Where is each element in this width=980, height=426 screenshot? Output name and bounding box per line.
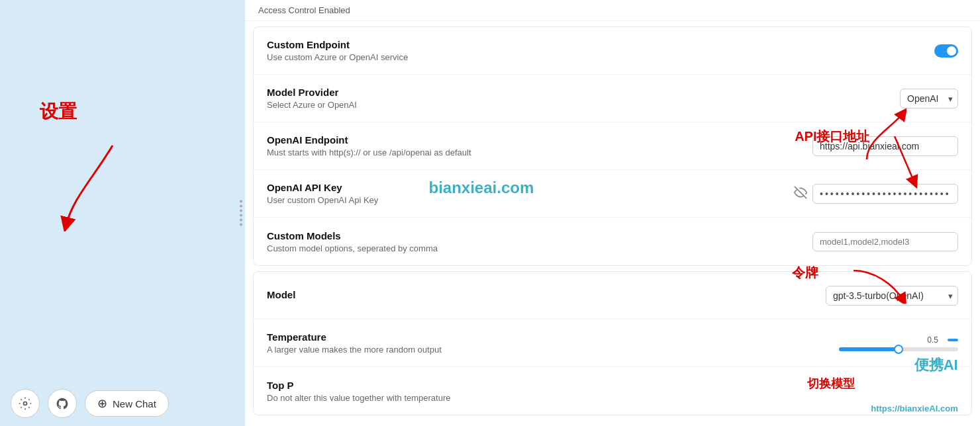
desc-openai-api-key: User custom OpenAI Api Key xyxy=(267,195,786,205)
control-temperature: 0.5 xyxy=(839,335,958,351)
annotation-shezhi: 设置 xyxy=(40,99,77,124)
title-model: Model xyxy=(267,289,818,300)
new-chat-button[interactable]: ⊕ New Chat xyxy=(85,390,169,417)
settings-section-2: Model gpt-3.5-turbo(OpenAI) gpt-4(OpenAI… xyxy=(253,271,972,415)
control-custom-models xyxy=(812,232,958,251)
label-custom-endpoint: Custom Endpoint Use custom Azure or Open… xyxy=(267,39,926,62)
desc-temperature: A larger value makes the more random out… xyxy=(267,345,831,355)
row-custom-models: Custom Models Custom model options, sepe… xyxy=(254,218,971,265)
access-control-label: Access Control Enabled xyxy=(258,5,350,15)
title-model-provider: Model Provider xyxy=(267,87,892,98)
settings-icon xyxy=(19,397,32,410)
row-top-p: Top P Do not alter this value together w… xyxy=(254,367,971,415)
control-openai-endpoint xyxy=(812,136,958,156)
slider-minus-icon xyxy=(948,339,958,341)
sidebar: 设置 ⊕ New Chat xyxy=(0,0,245,426)
settings-list: Custom Endpoint Use custom Azure or Open… xyxy=(245,26,980,415)
row-openai-endpoint: OpenAI Endpoint Must starts with http(s)… xyxy=(254,122,971,170)
settings-button[interactable] xyxy=(11,389,40,418)
temperature-slider-track xyxy=(839,347,958,351)
title-temperature: Temperature xyxy=(267,331,831,343)
desc-custom-models: Custom model options, seperated by comma xyxy=(267,243,805,253)
github-icon xyxy=(56,397,69,410)
title-custom-endpoint: Custom Endpoint xyxy=(267,39,926,50)
new-chat-plus-icon: ⊕ xyxy=(97,396,107,411)
main-content: Access Control Enabled Custom Endpoint U… xyxy=(245,0,980,426)
resize-handle[interactable] xyxy=(237,195,245,232)
label-openai-api-key: OpenAI API Key User custom OpenAI Api Ke… xyxy=(267,182,786,205)
select-wrapper-model-provider: OpenAI Azure xyxy=(900,89,958,108)
temperature-value: 0.5 xyxy=(927,335,938,345)
label-model: Model xyxy=(267,289,818,302)
select-model-provider[interactable]: OpenAI Azure xyxy=(900,89,958,108)
svg-point-0 xyxy=(24,402,27,405)
title-openai-endpoint: OpenAI Endpoint xyxy=(267,134,805,146)
temperature-slider-fill xyxy=(839,347,899,351)
row-custom-endpoint: Custom Endpoint Use custom Azure or Open… xyxy=(254,27,971,75)
slider-temperature: 0.5 xyxy=(839,335,958,351)
new-chat-label: New Chat xyxy=(113,398,156,409)
title-openai-api-key: OpenAI API Key xyxy=(267,182,786,193)
title-custom-models: Custom Models xyxy=(267,230,805,241)
row-temperature: Temperature A larger value makes the mor… xyxy=(254,320,971,367)
sidebar-bottom: ⊕ New Chat xyxy=(0,381,245,426)
desc-top-p: Do not alter this value together with te… xyxy=(267,393,958,403)
input-openai-endpoint[interactable] xyxy=(812,136,958,156)
control-model: gpt-3.5-turbo(OpenAI) gpt-4(OpenAI) xyxy=(826,286,958,306)
input-custom-models[interactable] xyxy=(812,232,958,251)
input-openai-api-key[interactable] xyxy=(812,184,958,204)
select-model[interactable]: gpt-3.5-turbo(OpenAI) gpt-4(OpenAI) xyxy=(826,286,958,306)
desc-custom-endpoint: Use custom Azure or OpenAI service xyxy=(267,52,926,62)
label-model-provider: Model Provider Select Azure or OpenAI xyxy=(267,87,892,110)
desc-openai-endpoint: Must starts with http(s):// or use /api/… xyxy=(267,148,805,157)
control-model-provider: OpenAI Azure xyxy=(900,89,958,108)
label-top-p: Top P Do not alter this value together w… xyxy=(267,380,958,403)
toggle-custom-endpoint[interactable] xyxy=(934,44,958,58)
toggle-password-visibility-icon[interactable] xyxy=(794,186,807,202)
label-temperature: Temperature A larger value makes the mor… xyxy=(267,331,831,355)
top-partial-row: Access Control Enabled xyxy=(245,0,980,21)
github-button[interactable] xyxy=(48,389,77,418)
arrow-shezhi xyxy=(53,139,132,232)
settings-section-1: Custom Endpoint Use custom Azure or Open… xyxy=(253,26,972,266)
temperature-slider-thumb[interactable] xyxy=(894,345,903,354)
row-openai-api-key: OpenAI API Key User custom OpenAI Api Ke… xyxy=(254,170,971,218)
row-model: Model gpt-3.5-turbo(OpenAI) gpt-4(OpenAI… xyxy=(254,272,971,320)
row-model-provider: Model Provider Select Azure or OpenAI Op… xyxy=(254,75,971,122)
title-top-p: Top P xyxy=(267,380,958,391)
label-openai-endpoint: OpenAI Endpoint Must starts with http(s)… xyxy=(267,134,805,157)
control-custom-endpoint xyxy=(934,44,958,58)
select-wrapper-model: gpt-3.5-turbo(OpenAI) gpt-4(OpenAI) xyxy=(826,286,958,306)
desc-model-provider: Select Azure or OpenAI xyxy=(267,100,892,110)
label-custom-models: Custom Models Custom model options, sepe… xyxy=(267,230,805,253)
control-openai-api-key xyxy=(794,184,958,204)
